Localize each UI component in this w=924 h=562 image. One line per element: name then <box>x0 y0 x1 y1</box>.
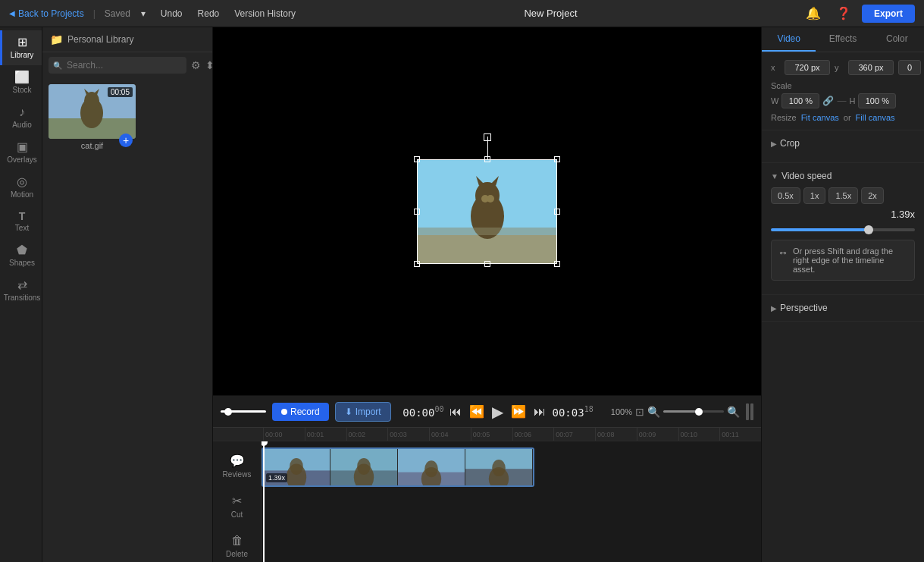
export-button[interactable]: Export <box>862 5 915 23</box>
search-input[interactable] <box>49 57 186 74</box>
filter-button[interactable]: ⚙ <box>191 59 201 71</box>
timeline-content: 💬 Reviews ✂ Cut 🗑 Delete ⊕ Add Track <box>213 441 761 562</box>
handle-bl[interactable] <box>414 261 420 267</box>
fit-canvas-button[interactable]: Fit canvas <box>801 113 839 122</box>
speed-slider[interactable] <box>771 228 915 231</box>
sidebar-item-label: Motion <box>11 190 33 199</box>
text-icon: T <box>19 211 26 221</box>
sidebar-item-text[interactable]: T Text <box>0 205 42 238</box>
zoom-in-button[interactable]: 🔍 <box>727 406 740 418</box>
tab-effects[interactable]: Effects <box>816 27 869 52</box>
track-scrubber-container: 00:00 00:01 00:02 00:03 00:04 00:05 00:0… <box>213 428 761 441</box>
video-content <box>417 159 557 264</box>
fast-forward-button[interactable]: ⏩ <box>509 403 528 420</box>
canvas-viewport <box>213 27 761 395</box>
handle-br[interactable] <box>554 261 560 267</box>
sidebar-item-audio[interactable]: ♪ Audio <box>0 100 42 135</box>
skip-to-start-button[interactable]: ⏮ <box>448 403 463 420</box>
video-track[interactable]: 1.39x <box>262 447 534 487</box>
speed-05x-button[interactable]: 0.5x <box>771 187 800 204</box>
sidebar-item-label: Audio <box>12 121 32 129</box>
rewind-button[interactable]: ⏪ <box>468 403 486 420</box>
svg-point-14 <box>487 195 494 203</box>
sidebar-item-shapes[interactable]: ⬟ Shapes <box>0 238 42 273</box>
tab-color[interactable]: Color <box>870 27 924 52</box>
playhead[interactable] <box>263 441 265 562</box>
folder-icon: 📁 <box>50 33 63 46</box>
record-button[interactable]: Record <box>272 403 329 421</box>
stock-icon: ⬜ <box>14 71 30 83</box>
help-icon[interactable]: ❓ <box>832 5 856 22</box>
sidebar-item-label: Text <box>15 224 29 232</box>
fill-canvas-button[interactable]: Fill canvas <box>856 113 895 122</box>
media-panel-header: 📁 Personal Library <box>42 27 212 52</box>
dropdown-arrow[interactable]: ▾ <box>136 7 150 20</box>
cut-button[interactable]: ✂ Cut <box>213 488 261 525</box>
position-scrubber[interactable] <box>221 410 266 413</box>
tab-video[interactable]: Video <box>762 27 816 52</box>
video-element[interactable] <box>417 159 557 264</box>
reviews-icon: 💬 <box>230 454 245 468</box>
undo-button[interactable]: Undo <box>156 7 187 20</box>
version-history-button[interactable]: Version History <box>230 7 300 20</box>
height-scale-input[interactable] <box>858 93 896 108</box>
handle-top-center[interactable] <box>484 133 491 141</box>
play-button[interactable]: ▶ <box>490 401 505 422</box>
transitions-icon: ⇄ <box>17 279 27 291</box>
aspect-ratio-button[interactable]: ⊡ <box>635 406 644 418</box>
skip-to-end-button[interactable]: ⏭ <box>532 403 547 420</box>
mark-6: 00:06 <box>512 428 554 441</box>
crop-toggle[interactable]: ▶ Crop <box>771 138 915 149</box>
search-wrap <box>49 57 186 74</box>
track-frame-2 <box>330 449 398 485</box>
sidebar-item-library[interactable]: ⊞ Library <box>0 30 42 65</box>
import-button[interactable]: ⬇ Import <box>335 402 391 422</box>
sidebar: ⊞ Library ⬜ Stock ♪ Audio ▣ Overlays ◎ M… <box>0 27 42 562</box>
media-item-cat[interactable]: 00:05 + cat.gif <box>49 84 136 150</box>
sidebar-item-stock[interactable]: ⬜ Stock <box>0 65 42 100</box>
sidebar-item-label: Overlays <box>7 155 36 164</box>
video-speed-label: Video speed <box>781 171 832 181</box>
speed-1x-button[interactable]: 1x <box>803 187 826 204</box>
speed-2x-button[interactable]: 2x <box>861 187 884 204</box>
main-area: ⊞ Library ⬜ Stock ♪ Audio ▣ Overlays ◎ M… <box>0 27 924 562</box>
x-input[interactable] <box>785 60 830 75</box>
notifications-icon[interactable]: 🔔 <box>801 5 825 22</box>
handle-ml[interactable] <box>414 209 420 215</box>
panel-toggle[interactable] <box>746 403 753 420</box>
panel-tabs: Video Effects Color <box>762 27 924 52</box>
saved-status: Saved <box>105 8 130 19</box>
media-add-button[interactable]: + <box>119 133 133 147</box>
import-label: Import <box>356 407 381 417</box>
reviews-button[interactable]: 💬 Reviews <box>213 447 261 485</box>
width-scale-input[interactable] <box>781 93 819 108</box>
dash-sep: — <box>837 96 846 106</box>
mark-8: 00:08 <box>595 428 637 441</box>
track-frame-4 <box>465 449 533 485</box>
rotate-input[interactable] <box>898 60 921 75</box>
mark-7: 00:07 <box>553 428 595 441</box>
zoom-out-button[interactable]: 🔍 <box>647 406 660 418</box>
handle-tc[interactable] <box>484 156 490 162</box>
svg-point-19 <box>290 458 303 475</box>
back-button[interactable]: Back to Projects <box>9 8 84 19</box>
delete-button[interactable]: 🗑 Delete <box>213 528 261 562</box>
speed-15x-button[interactable]: 1.5x <box>828 187 858 204</box>
handle-mr[interactable] <box>554 209 560 215</box>
handle-bc[interactable] <box>484 261 490 267</box>
speed-display: 1.39x <box>771 209 915 220</box>
sidebar-item-motion[interactable]: ◎ Motion <box>0 170 42 205</box>
sidebar-item-transitions[interactable]: ⇄ Transitions <box>0 273 42 308</box>
link-icon[interactable]: 🔗 <box>822 96 834 106</box>
zoom-slider[interactable] <box>663 410 724 413</box>
y-input[interactable] <box>848 60 894 75</box>
perspective-section: ▶ Perspective <box>762 295 924 322</box>
sidebar-item-overlays[interactable]: ▣ Overlays <box>0 135 42 170</box>
perspective-toggle[interactable]: ▶ Perspective <box>771 303 915 313</box>
sidebar-item-label: Shapes <box>9 259 35 267</box>
handle-tr[interactable] <box>554 156 560 162</box>
handle-tl[interactable] <box>414 156 420 162</box>
redo-button[interactable]: Redo <box>193 7 224 20</box>
video-speed-toggle[interactable]: ▼ Video speed <box>771 171 915 181</box>
timeline-scrubber[interactable]: 00:00 00:01 00:02 00:03 00:04 00:05 00:0… <box>263 428 761 441</box>
